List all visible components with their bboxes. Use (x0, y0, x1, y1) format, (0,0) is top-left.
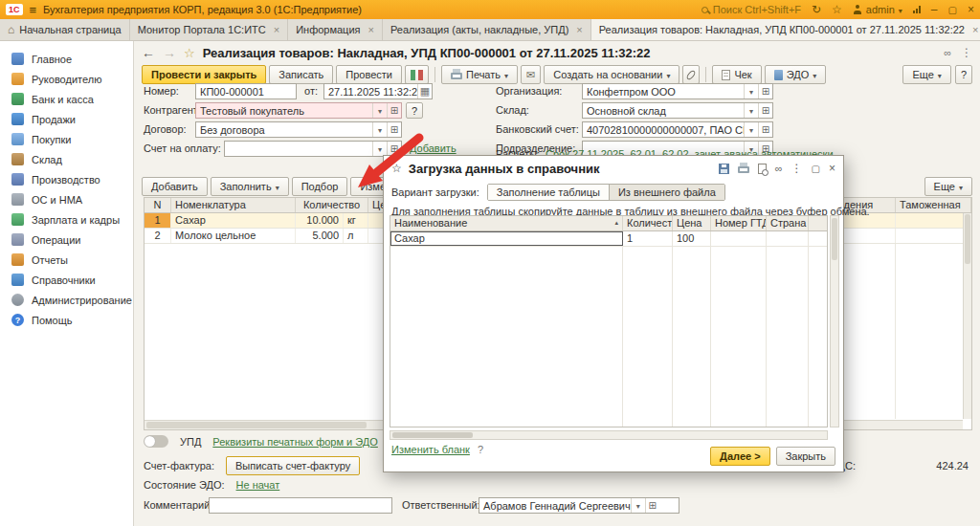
sidebar-item-sales[interactable]: Продажи (0, 109, 133, 129)
column-n[interactable]: N (145, 198, 171, 212)
user-menu[interactable]: admin (853, 4, 902, 15)
sidebar-item-main[interactable]: Главное (0, 49, 133, 69)
sidebar-item-bank-cash[interactable]: Банк и касса (0, 89, 133, 109)
main-menu-icon[interactable] (30, 4, 37, 16)
organization-field[interactable]: Конфетпром ООО (582, 83, 773, 99)
chevron-down-icon[interactable] (749, 105, 753, 116)
table-vertical-scrollbar[interactable] (963, 213, 971, 419)
sidebar-item-fixed-assets[interactable]: ОС и НМА (0, 189, 133, 209)
send-email-button[interactable] (521, 65, 541, 84)
print-icon[interactable] (738, 166, 749, 173)
price-cell[interactable]: 100 (673, 231, 711, 246)
variant-fill-table[interactable]: Заполнение таблицы (488, 185, 609, 200)
sidebar-item-purchases[interactable]: Покупки (0, 129, 133, 149)
chevron-down-icon[interactable] (749, 124, 753, 135)
warehouse-field[interactable]: Основной склад (582, 102, 773, 119)
history-icon[interactable] (812, 4, 821, 15)
chevron-down-icon[interactable] (378, 105, 382, 116)
tab-information[interactable]: Информация (288, 19, 383, 40)
nomenclature-cell[interactable]: Сахар (171, 213, 296, 228)
open-item-icon[interactable] (649, 500, 657, 511)
dialog-vertical-scrollbar[interactable] (830, 215, 839, 427)
open-item-icon[interactable] (762, 124, 769, 135)
open-item-icon[interactable] (762, 86, 769, 97)
sidebar-item-administration[interactable]: Администрирование (0, 290, 133, 310)
dialog-horizontal-scrollbar[interactable] (390, 430, 828, 440)
sidebar-item-help[interactable]: Помощь (0, 310, 133, 330)
counterparty-field[interactable]: Тестовый покупатель (195, 102, 402, 119)
name-cell[interactable]: Сахар (390, 231, 623, 246)
column-country[interactable]: Страна (767, 216, 809, 230)
quantity-cell[interactable]: 1 (623, 231, 673, 246)
back-button[interactable] (142, 46, 155, 59)
upd-toggle[interactable] (144, 435, 168, 448)
quantity-cell[interactable]: 5.000 (296, 229, 344, 243)
post-and-close-button[interactable]: Провести и закрыть (142, 65, 266, 84)
maximize-icon[interactable] (948, 5, 957, 15)
get-link-icon[interactable] (775, 164, 783, 174)
column-quantity[interactable]: Количество (296, 198, 368, 212)
column-name[interactable]: Наименование (390, 216, 623, 230)
counterparty-check-button[interactable]: ? (406, 102, 423, 119)
column-quantity[interactable]: Количество (623, 216, 673, 230)
sidebar-item-catalogs[interactable]: Справочники (0, 270, 133, 290)
dialog-close-icon[interactable] (829, 163, 835, 174)
open-item-icon[interactable] (390, 105, 398, 116)
dialog-help-icon[interactable]: ? (478, 444, 483, 455)
table-more-button[interactable]: Еще (924, 177, 972, 196)
responsible-field[interactable]: Абрамов Геннадий Сергеевич (479, 497, 679, 514)
date-field[interactable]: 27.11.2025 11:32:22 (323, 83, 433, 99)
get-link-icon[interactable] (944, 48, 951, 58)
tab-close-icon[interactable] (969, 24, 978, 35)
row-number-cell[interactable]: 1 (145, 213, 171, 228)
close-icon[interactable] (968, 4, 974, 15)
open-item-icon[interactable] (762, 105, 769, 116)
sidebar-item-salary-hr[interactable]: Зарплата и кадры (0, 209, 133, 230)
attachments-button[interactable] (682, 65, 700, 84)
favorites-icon[interactable] (832, 4, 842, 15)
show-postings-button[interactable] (405, 65, 429, 84)
help-button[interactable]: ? (955, 65, 972, 84)
edit-blank-link[interactable]: Изменить бланк (391, 444, 470, 455)
comment-field[interactable] (209, 497, 392, 514)
create-based-on-button[interactable]: Создать на основании (544, 65, 679, 84)
fill-button[interactable]: Заполнить (211, 177, 289, 196)
number-field[interactable]: КП00-000001 (195, 83, 297, 99)
tab-close-icon[interactable] (573, 24, 582, 35)
tab-close-icon[interactable] (366, 24, 374, 35)
quantity-cell[interactable]: 10.000 (296, 213, 344, 228)
add-row-button[interactable]: Добавить (142, 177, 208, 196)
edo-state-link[interactable]: Не начат (236, 479, 280, 491)
pick-button[interactable]: Подбор (292, 177, 348, 196)
sidebar-item-warehouse[interactable]: Склад (0, 149, 133, 169)
print-button[interactable]: Печать (441, 65, 518, 84)
country-cell[interactable] (767, 231, 809, 246)
tab-sales-list[interactable]: Реализация (акты, накладные, УПД) (383, 19, 591, 40)
favorite-star-icon[interactable] (184, 47, 195, 59)
tab-sales-document[interactable]: Реализация товаров: Накладная, УПД КП00-… (591, 19, 980, 40)
column-nomenclature[interactable]: Номенклатура (171, 198, 296, 212)
close-button[interactable]: Закрыть (776, 447, 835, 466)
more-icon[interactable] (791, 163, 803, 174)
forward-button[interactable] (163, 46, 176, 59)
maximize-icon[interactable] (812, 164, 820, 174)
more-button[interactable]: Еще (902, 65, 950, 84)
minimize-icon[interactable] (931, 4, 938, 15)
issue-invoice-button[interactable]: Выписать счет-фактуру (226, 456, 360, 475)
customs-cell[interactable] (896, 213, 971, 228)
tab-close-icon[interactable] (271, 24, 279, 35)
gtd-cell[interactable] (711, 231, 767, 246)
sidebar-item-production[interactable]: Производство (0, 169, 133, 189)
tab-home[interactable]: Начальная страница (0, 19, 130, 40)
global-search[interactable]: Поиск Ctrl+Shift+F (702, 4, 801, 15)
column-customs[interactable]: Таможенная (896, 198, 971, 212)
tab-its-monitor[interactable]: Монитор Портала 1С:ИТС (130, 19, 288, 40)
column-price[interactable]: Цена (673, 216, 711, 230)
edo-button[interactable]: ЭДО (765, 65, 827, 84)
sidebar-item-reports[interactable]: Отчеты (0, 250, 133, 270)
more-icon[interactable] (961, 47, 972, 58)
chevron-down-icon[interactable] (636, 500, 640, 511)
calendar-icon[interactable] (420, 86, 430, 97)
nomenclature-cell[interactable]: Молоко цельное (171, 229, 296, 243)
sidebar-item-operations[interactable]: Операции (0, 230, 133, 250)
